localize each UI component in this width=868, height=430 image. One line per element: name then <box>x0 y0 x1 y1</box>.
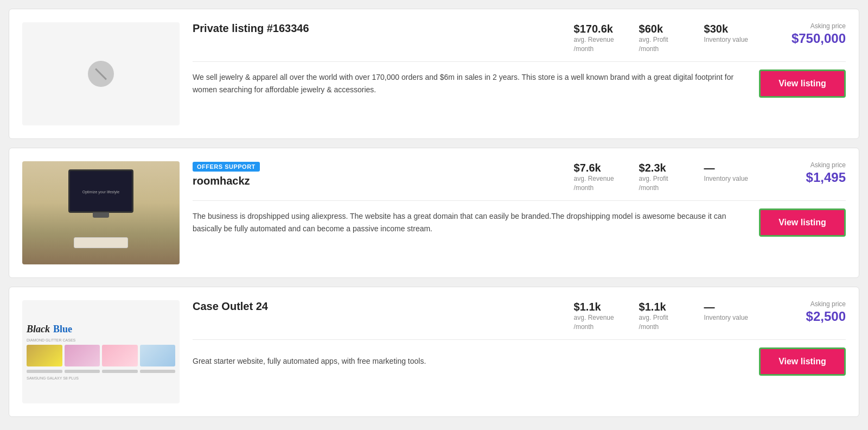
asking-price-section-1: Asking price $750,000 <box>770 22 846 46</box>
stat-profit-3: $1.1k avg. Profit/month <box>639 300 682 332</box>
stat-profit-label-2: avg. Profit/month <box>639 174 682 193</box>
thumbnail-caseoutlet: Black Blue DIAMOND GLITTER CASES <box>22 319 180 384</box>
stat-profit-value-1: $60k <box>639 22 682 35</box>
asking-price-section-2: Asking price $1,495 <box>770 161 846 185</box>
listing-title-section-2: OFFERS SUPPORT roomhackz <box>193 161 565 187</box>
divider-2 <box>193 200 846 201</box>
asking-value-2: $1,495 <box>770 170 846 185</box>
stat-profit-value-2: $2.3k <box>639 161 682 174</box>
listings-container: Private listing #163346 $170.6k avg. Rev… <box>9 9 859 417</box>
view-listing-button-2[interactable]: View listing <box>759 208 846 237</box>
asking-label-1: Asking price <box>770 22 846 30</box>
stat-inventory-1: $30k Inventory value <box>704 22 748 45</box>
stat-inventory-value-2: — <box>704 161 748 174</box>
stat-revenue-3: $1.1k avg. Revenue/month <box>574 300 617 332</box>
stat-revenue-label-1: avg. Revenue/month <box>574 35 617 54</box>
listing-thumbnail-3: Black Blue DIAMOND GLITTER CASES <box>22 300 180 403</box>
asking-value-3: $2,500 <box>770 309 846 324</box>
view-listing-button-3[interactable]: View listing <box>759 347 846 376</box>
case-title-blue: Blue <box>53 324 72 335</box>
stat-profit-value-3: $1.1k <box>639 300 682 313</box>
listing-stats-2: $7.6k avg. Revenue/month $2.3k avg. Prof… <box>574 161 846 193</box>
divider-3 <box>193 339 846 340</box>
case-grid <box>27 345 175 366</box>
divider-1 <box>193 61 846 62</box>
stat-inventory-label-2: Inventory value <box>704 174 748 184</box>
stat-inventory-3: — Inventory value <box>704 300 748 322</box>
stat-inventory-label-1: Inventory value <box>704 35 748 45</box>
asking-label-3: Asking price <box>770 300 846 308</box>
stat-profit-label-1: avg. Profit/month <box>639 35 682 54</box>
listing-title-2: roomhackz <box>193 175 565 187</box>
case-item-4 <box>140 345 176 366</box>
keyboard <box>74 237 128 248</box>
listing-title-1: Private listing #163346 <box>193 22 565 35</box>
thumbnail-roomhackz: Optimize your lifestyle WHO WE ARE! <box>22 161 180 264</box>
case-header: Black Blue <box>27 324 175 335</box>
listing-card-1: Private listing #163346 $170.6k avg. Rev… <box>9 9 859 139</box>
case-label-row <box>27 370 175 373</box>
listing-main-1: Private listing #163346 $170.6k avg. Rev… <box>193 22 846 98</box>
listing-bottom-2: The business is dropshipped using aliexp… <box>193 208 846 237</box>
stat-inventory-label-3: Inventory value <box>704 313 748 322</box>
listing-main-2: OFFERS SUPPORT roomhackz $7.6k avg. Reve… <box>193 161 846 237</box>
listing-bottom-1: We sell jewelry & apparel all over the w… <box>193 69 846 98</box>
monitor: Optimize your lifestyle <box>68 169 133 213</box>
stat-revenue-value-1: $170.6k <box>574 22 617 35</box>
case-item-3 <box>102 345 138 366</box>
case-footer: SAMSUNG GALAXY S8 PLUS <box>27 376 175 380</box>
stat-revenue-value-3: $1.1k <box>574 300 617 313</box>
stat-inventory-value-1: $30k <box>704 22 748 35</box>
stat-revenue-1: $170.6k avg. Revenue/month <box>574 22 617 54</box>
listing-title-section-1: Private listing #163346 <box>193 22 565 35</box>
listing-thumbnail-2: Optimize your lifestyle WHO WE ARE! <box>22 161 180 264</box>
listing-header-1: Private listing #163346 $170.6k avg. Rev… <box>193 22 846 54</box>
stat-profit-1: $60k avg. Profit/month <box>639 22 682 54</box>
stat-revenue-2: $7.6k avg. Revenue/month <box>574 161 617 193</box>
asking-price-section-3: Asking price $2,500 <box>770 300 846 324</box>
asking-label-2: Asking price <box>770 161 846 169</box>
listing-description-2: The business is dropshipped using aliexp… <box>193 210 746 235</box>
listing-stats-1: $170.6k avg. Revenue/month $60k avg. Pro… <box>574 22 846 54</box>
listing-card-2: Optimize your lifestyle WHO WE ARE! OFFE… <box>9 148 859 278</box>
stat-inventory-2: — Inventory value <box>704 161 748 184</box>
stat-inventory-value-3: — <box>704 300 748 313</box>
listing-title-3: Case Outlet 24 <box>193 300 565 313</box>
listing-header-2: OFFERS SUPPORT roomhackz $7.6k avg. Reve… <box>193 161 846 193</box>
case-title-black: Black <box>27 324 50 335</box>
stat-revenue-label-2: avg. Revenue/month <box>574 174 617 193</box>
case-item-2 <box>65 345 100 366</box>
listing-stats-3: $1.1k avg. Revenue/month $1.1k avg. Prof… <box>574 300 846 332</box>
case-item-1 <box>27 345 62 366</box>
listing-card-3: Black Blue DIAMOND GLITTER CASES <box>9 287 859 417</box>
listing-main-3: Case Outlet 24 $1.1k avg. Revenue/month … <box>193 300 846 376</box>
listing-thumbnail-1 <box>22 22 180 125</box>
thumbnail-placeholder <box>22 22 180 125</box>
desk-scene: Optimize your lifestyle <box>22 161 180 264</box>
listing-description-3: Great starter website, fully automated a… <box>193 355 746 367</box>
listing-title-section-3: Case Outlet 24 <box>193 300 565 313</box>
view-listing-button-1[interactable]: View listing <box>759 69 846 98</box>
offers-support-badge: OFFERS SUPPORT <box>193 162 260 172</box>
asking-value-1: $750,000 <box>770 31 846 46</box>
case-subtitle: DIAMOND GLITTER CASES <box>27 338 175 342</box>
stat-revenue-value-2: $7.6k <box>574 161 617 174</box>
optimize-text: Optimize your lifestyle <box>74 190 128 194</box>
listing-header-3: Case Outlet 24 $1.1k avg. Revenue/month … <box>193 300 846 332</box>
listing-description-1: We sell jewelry & apparel all over the w… <box>193 71 746 96</box>
listing-bottom-3: Great starter website, fully automated a… <box>193 347 846 376</box>
stat-profit-2: $2.3k avg. Profit/month <box>639 161 682 193</box>
placeholder-icon <box>88 61 114 87</box>
stat-revenue-label-3: avg. Revenue/month <box>574 313 617 332</box>
stat-profit-label-3: avg. Profit/month <box>639 313 682 332</box>
